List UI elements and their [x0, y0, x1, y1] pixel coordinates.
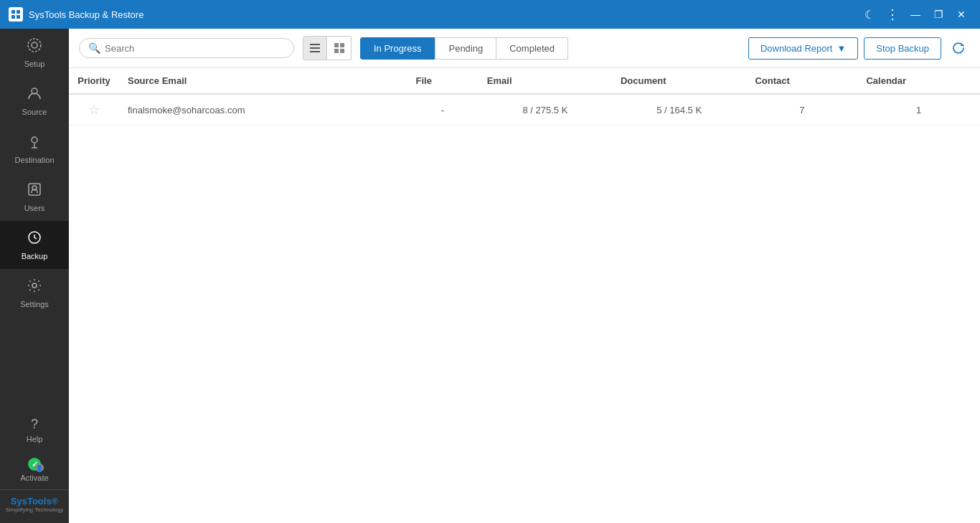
systools-logo-name: SysTools® [3, 496, 66, 506]
sidebar-item-setup[interactable]: Setup [0, 29, 69, 77]
backup-icon [27, 230, 42, 249]
svg-point-7 [32, 137, 37, 143]
activate-label: Activate [20, 473, 48, 482]
help-icon: ? [31, 417, 38, 432]
sidebar: Setup Source Destination [0, 29, 69, 523]
sidebar-item-settings-label: Settings [20, 300, 49, 308]
email-cell: 8 / 275.5 K [479, 94, 612, 126]
col-email: Email [479, 68, 612, 94]
app-container: Setup Source Destination [0, 29, 980, 523]
table-row: ☆ finalsmoke@soharcoas.com - 8 / 275.5 K… [69, 94, 980, 126]
svg-rect-0 [11, 10, 15, 14]
activate-icon-wrap: ✓ 👤 [28, 458, 41, 471]
svg-rect-2 [11, 15, 15, 19]
refresh-button[interactable] [947, 37, 970, 60]
users-icon [27, 182, 42, 201]
list-view-button[interactable] [303, 36, 327, 60]
content-area: 🔍 [69, 29, 980, 523]
app-icon [9, 7, 23, 22]
search-box[interactable]: 🔍 [79, 38, 294, 58]
col-source-email: Source Email [119, 68, 407, 94]
file-cell: - [407, 94, 478, 126]
svg-rect-1 [17, 10, 20, 14]
sidebar-item-users[interactable]: Users [0, 173, 69, 221]
source-email-cell: finalsmoke@soharcoas.com [119, 94, 407, 126]
download-report-button[interactable]: Download Report ▼ [748, 37, 858, 60]
svg-rect-3 [17, 15, 20, 19]
document-cell: 5 / 164.5 K [612, 94, 747, 126]
sidebar-item-destination[interactable]: Destination [0, 125, 69, 173]
svg-rect-13 [310, 47, 320, 49]
user-small-icon: 👤 [35, 463, 44, 472]
destination-icon [27, 133, 42, 153]
svg-point-5 [28, 39, 41, 52]
svg-point-4 [32, 42, 37, 48]
tab-pending[interactable]: Pending [435, 37, 496, 60]
grid-view-button[interactable] [327, 36, 352, 60]
download-report-label: Download Report [760, 43, 832, 54]
tab-completed[interactable]: Completed [496, 37, 568, 60]
maximize-button[interactable]: ❐ [928, 4, 948, 24]
svg-rect-18 [340, 49, 344, 53]
help-label: Help [27, 435, 43, 443]
sidebar-item-backup-label: Backup [22, 252, 48, 260]
sidebar-bottom: ? Help ✓ 👤 Activate SysTools® Simplifyin… [0, 410, 69, 523]
search-input[interactable] [105, 43, 277, 54]
settings-icon [27, 278, 42, 297]
calendar-cell: 1 [857, 94, 980, 126]
sidebar-item-source[interactable]: Source [0, 77, 69, 125]
activate-button[interactable]: ✓ 👤 Activate [0, 451, 69, 489]
close-button[interactable]: ✕ [951, 4, 971, 24]
col-calendar: Calendar [857, 68, 980, 94]
toolbar-right: Download Report ▼ Stop Backup [748, 37, 970, 60]
title-bar: SysTools Backup & Restore ☾ ⋮ — ❐ ✕ [0, 0, 980, 29]
source-icon [27, 85, 42, 105]
app-title: SysTools Backup & Restore [29, 9, 859, 20]
priority-cell: ☆ [69, 94, 119, 126]
search-icon: 🔍 [88, 42, 100, 54]
svg-point-11 [32, 283, 37, 288]
priority-star-icon[interactable]: ☆ [88, 103, 100, 117]
table-header-row: Priority Source Email File Email Documen… [69, 68, 980, 94]
view-toggle [303, 36, 352, 60]
sidebar-item-settings[interactable]: Settings [0, 269, 69, 317]
svg-rect-12 [310, 44, 320, 45]
svg-rect-17 [334, 49, 339, 53]
window-controls: ☾ ⋮ — ❐ ✕ [859, 4, 971, 24]
data-table-container: Priority Source Email File Email Documen… [69, 68, 980, 523]
data-table: Priority Source Email File Email Documen… [69, 68, 980, 126]
sidebar-item-backup[interactable]: Backup [0, 221, 69, 269]
download-chevron-icon: ▼ [837, 43, 846, 54]
sidebar-item-destination-label: Destination [14, 156, 54, 164]
svg-rect-14 [310, 51, 320, 52]
setup-icon [27, 37, 42, 57]
tab-inprogress[interactable]: In Progress [360, 37, 435, 60]
stop-backup-label: Stop Backup [876, 43, 929, 54]
systools-logo-tagline: Simplifying Technology [3, 506, 66, 513]
help-button[interactable]: ? Help [0, 410, 69, 451]
more-options-button[interactable]: ⋮ [882, 4, 903, 24]
systools-logo: SysTools® Simplifying Technology [0, 489, 69, 516]
theme-toggle-button[interactable]: ☾ [859, 4, 880, 24]
sidebar-item-setup-label: Setup [24, 60, 45, 68]
svg-rect-15 [334, 43, 339, 47]
sidebar-item-users-label: Users [24, 204, 45, 212]
col-document: Document [612, 68, 747, 94]
tab-group: In Progress Pending Completed [360, 37, 568, 60]
col-file: File [407, 68, 478, 94]
table-body: ☆ finalsmoke@soharcoas.com - 8 / 275.5 K… [69, 94, 980, 126]
contact-cell: 7 [746, 94, 857, 126]
minimize-button[interactable]: — [905, 4, 925, 24]
sidebar-item-source-label: Source [22, 108, 47, 116]
stop-backup-button[interactable]: Stop Backup [864, 37, 941, 60]
svg-rect-16 [340, 43, 344, 47]
col-priority: Priority [69, 68, 119, 94]
toolbar: 🔍 [69, 29, 980, 68]
col-contact: Contact [746, 68, 857, 94]
